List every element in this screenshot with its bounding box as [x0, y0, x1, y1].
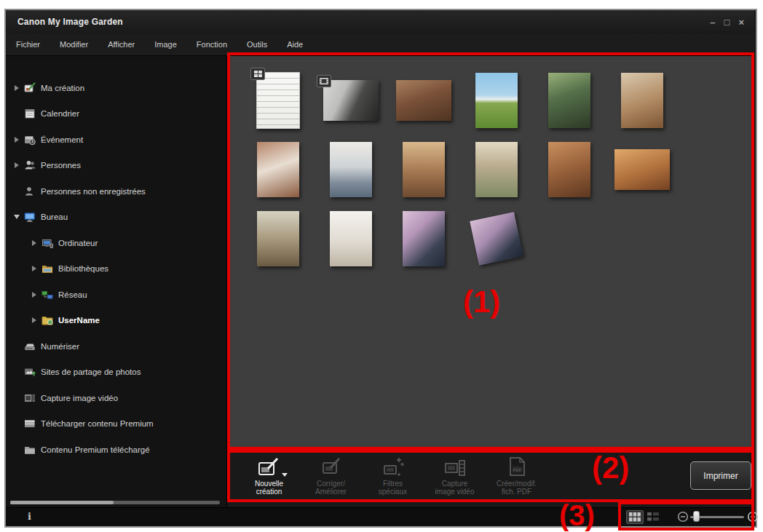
sidebar-item-bureau[interactable]: Bureau	[6, 205, 226, 231]
create-edit-pdf-button: PDF Créer/modif.fich. PDF	[486, 453, 547, 496]
new-creation-icon	[258, 453, 281, 477]
info-icon: i	[28, 511, 31, 522]
correct-enhance-icon	[321, 453, 341, 477]
sidebar-item-contenu-premium[interactable]: Contenu Premium téléchargé	[6, 437, 226, 463]
expand-arrow-icon[interactable]	[29, 317, 39, 323]
dropdown-caret-icon	[282, 473, 288, 477]
menu-item-modifier[interactable]: Modifier	[60, 40, 88, 49]
menu-item-afficher[interactable]: Afficher	[108, 40, 135, 49]
sidebar-item-calendrier[interactable]: Calendrier	[6, 101, 226, 127]
new-creation-button[interactable]: Nouvellecréation	[238, 453, 300, 496]
my-creation-icon	[24, 82, 36, 94]
video-badge-icon	[317, 75, 331, 87]
thumbnail-video[interactable]	[315, 65, 387, 135]
scanner-icon	[24, 341, 36, 352]
minimize-button[interactable]: –	[710, 17, 715, 27]
thumbnail-photo[interactable]	[533, 65, 606, 135]
photo-sharing-icon	[24, 366, 36, 378]
sidebar-item-ma-creation[interactable]: Ma création	[6, 75, 226, 101]
bottom-toolbar: Nouvellecréation Corriger/Améliorer Filt…	[227, 449, 754, 507]
event-icon	[24, 134, 36, 146]
thumbnail-photo[interactable]	[242, 204, 315, 273]
print-button[interactable]: Imprimer	[690, 461, 751, 490]
thumbnail-photo[interactable]	[387, 204, 460, 273]
thumbnail-photo[interactable]	[387, 65, 460, 135]
collage-badge-icon	[250, 68, 265, 80]
window-controls: – □ ×	[710, 17, 744, 27]
zoom-slider-thumb[interactable]	[693, 511, 700, 522]
thumbnail-photo[interactable]	[460, 135, 533, 204]
sidebar-item-sites-de-partage[interactable]: Sites de partage de photos	[6, 360, 226, 386]
sidebar-item-reseau[interactable]: Réseau	[6, 282, 226, 308]
expand-arrow-icon[interactable]	[29, 266, 39, 271]
svg-text:PDF: PDF	[513, 468, 521, 472]
sidebar-item-ordinateur[interactable]: Ordinateur	[6, 230, 226, 256]
thumbnail-photo[interactable]	[460, 65, 533, 135]
details-view-icon	[647, 512, 659, 521]
special-filters-button: Filtresspéciaux	[362, 453, 424, 496]
sidebar-item-username[interactable]: UserName	[6, 308, 226, 334]
sidebar-item-numeriser[interactable]: Numériser	[6, 333, 226, 360]
sidebar-item-bibliotheques[interactable]: Bibliothèques	[6, 256, 226, 282]
sidebar-item-evenement[interactable]: Événement	[6, 127, 226, 153]
status-bar: i	[6, 507, 754, 525]
premium-download-icon	[24, 418, 36, 429]
thumbnail-photo[interactable]	[606, 135, 679, 204]
desktop-icon	[24, 211, 36, 223]
thumbnail-photo[interactable]	[606, 65, 679, 135]
expand-arrow-icon[interactable]	[12, 137, 22, 143]
video-capture-icon	[24, 392, 36, 404]
maximize-button[interactable]: □	[724, 17, 730, 27]
video-frame-capture-icon	[444, 453, 466, 477]
libraries-icon	[41, 263, 53, 274]
special-filters-icon	[382, 453, 404, 477]
video-frame-capture-button: Captureimage vidéo	[424, 453, 486, 496]
menu-item-aide[interactable]: Aide	[287, 40, 303, 49]
menu-item-fichier[interactable]: Fichier	[16, 40, 40, 49]
details-view-button[interactable]	[645, 510, 661, 523]
collapse-arrow-icon[interactable]	[12, 215, 22, 219]
sidebar-item-personnes-non-enregistrees[interactable]: Personnes non enregistrées	[6, 178, 226, 205]
menu-item-fonction[interactable]: Fonction	[197, 40, 227, 49]
thumbnail-photo[interactable]	[315, 135, 387, 204]
thumbnail-view-icon	[629, 512, 641, 522]
sidebar-horizontal-scrollbar[interactable]	[10, 501, 220, 504]
thumbnail-view-button[interactable]	[626, 510, 644, 524]
expand-arrow-icon[interactable]	[29, 240, 39, 246]
correct-enhance-button: Corriger/Améliorer	[300, 453, 362, 496]
scrollbar-thumb[interactable]	[10, 501, 114, 504]
sidebar-item-personnes[interactable]: Personnes	[6, 153, 226, 179]
thumbnail-photo[interactable]	[315, 204, 387, 273]
zoom-in-icon[interactable]	[747, 511, 759, 525]
sidebar: Ma création Calendrier Événement Personn…	[6, 56, 227, 507]
screenshot-stage: Canon My Image Garden – □ × Fichier Modi…	[0, 0, 763, 532]
user-folder-icon	[41, 314, 53, 326]
thumbnail-document[interactable]	[242, 65, 315, 135]
thumbnail-photo[interactable]	[242, 135, 315, 204]
thumbnail-photo[interactable]	[460, 204, 533, 273]
expand-arrow-icon[interactable]	[12, 85, 22, 91]
computer-icon	[41, 237, 53, 249]
app-title: Canon My Image Garden	[17, 17, 123, 27]
expand-arrow-icon[interactable]	[12, 162, 22, 168]
menu-bar: Fichier Modifier Afficher Image Fonction…	[6, 33, 754, 56]
menu-item-image[interactable]: Image	[154, 40, 177, 49]
close-button[interactable]: ×	[738, 17, 744, 27]
thumbnail-photo[interactable]	[387, 135, 460, 204]
title-bar: Canon My Image Garden – □ ×	[6, 10, 754, 33]
premium-folder-icon	[24, 444, 36, 456]
menu-item-outils[interactable]: Outils	[247, 40, 267, 49]
zoom-out-icon[interactable]	[677, 511, 689, 525]
pdf-icon: PDF	[507, 453, 527, 477]
people-icon	[24, 159, 36, 171]
sidebar-item-capture-image-video[interactable]: Capture image vidéo	[6, 385, 226, 411]
expand-arrow-icon[interactable]	[29, 292, 39, 298]
thumbnail-photo[interactable]	[533, 135, 606, 204]
network-icon	[41, 289, 53, 301]
unregistered-person-icon	[24, 186, 36, 197]
calendar-icon	[24, 108, 36, 119]
sidebar-item-telecharger-premium[interactable]: Télécharger contenu Premium	[6, 411, 226, 437]
